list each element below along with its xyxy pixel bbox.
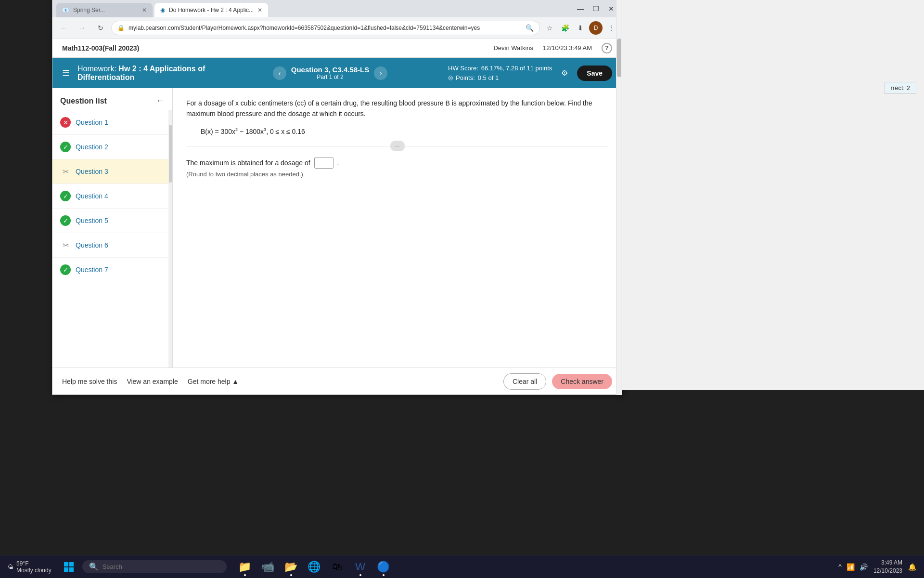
divider-line-left <box>186 146 390 146</box>
inactive-tab[interactable]: 📧 Spring Ser... ✕ <box>56 3 153 17</box>
maximize-button[interactable]: ❐ <box>589 2 603 15</box>
bookmark-star-button[interactable]: ☆ <box>543 21 556 35</box>
q2-label: Question 2 <box>76 143 108 151</box>
hw-score-label: HW Score: <box>448 64 478 73</box>
view-example-link[interactable]: View an example <box>127 378 178 385</box>
clear-all-button[interactable]: Clear all <box>503 373 546 390</box>
hw-nav: ‹ Question 3, C3.4.58-LS Part 1 of 2 › <box>220 66 440 80</box>
q1-status-icon: ✕ <box>60 117 71 128</box>
site-header: Math112-003(Fall 20023) Devin Watkins 12… <box>52 39 622 58</box>
active-tab-title: Do Homework - Hw 2 : 4 Applic... <box>169 7 254 13</box>
back-button[interactable]: ← <box>56 20 72 36</box>
q7-status-icon: ✓ <box>60 264 71 275</box>
tray-arrow-icon[interactable]: ^ <box>838 563 842 571</box>
q4-label: Question 4 <box>76 192 108 200</box>
profile-avatar-button[interactable]: D <box>589 21 603 35</box>
expand-divider-button[interactable]: ··· <box>390 141 405 151</box>
q3-status-icon: ✂ <box>60 166 71 177</box>
taskbar-search-bar[interactable]: 🔍 <box>82 560 227 573</box>
hw-score-area: HW Score: 66.17%, 7.28 of 11 points ◎ Po… <box>448 64 612 82</box>
minimize-button[interactable]: — <box>574 2 587 15</box>
taskbar-left: 🌤 59°F Mostly cloudy 🔍 <box>0 556 231 578</box>
get-more-help-link[interactable]: Get more help ▲ <box>188 378 239 385</box>
downloads-button[interactable]: ⬇ <box>574 21 587 35</box>
question-list-item-5[interactable]: ✓ Question 5 <box>52 209 172 233</box>
q1-label: Question 1 <box>76 118 108 126</box>
hw-header: ☰ Homework: Hw 2 : 4 Applications of Dif… <box>52 58 622 88</box>
q3-label: Question 3 <box>76 168 108 175</box>
weather-widget[interactable]: 🌤 59°F Mostly cloudy <box>4 560 55 574</box>
hw-title-area: Homework: Hw 2 : 4 Applications of Diffe… <box>77 65 212 82</box>
system-clock[interactable]: 3:49 AM 12/10/2023 <box>873 559 902 575</box>
question-list-item-7[interactable]: ✓ Question 7 <box>52 258 172 282</box>
q4-status-icon: ✓ <box>60 191 71 201</box>
answer-input-field[interactable] <box>314 157 334 169</box>
system-tray-icons: ^ 📶 🔊 <box>838 563 868 571</box>
temperature: 59°F <box>16 560 51 567</box>
answer-line: The maximum is obtained for a dosage of … <box>186 157 608 169</box>
course-name: Math112-003(Fall 20023) <box>62 44 139 52</box>
question-list-item-3[interactable]: ✂ Question 3 <box>52 159 172 184</box>
volume-icon[interactable]: 🔊 <box>860 563 868 571</box>
side-panel: rrect: 2 <box>621 0 924 390</box>
address-bar: ← → ↻ 🔒 mylab.pearson.com/Student/Player… <box>52 17 622 39</box>
collapse-list-button[interactable]: ← <box>156 96 165 106</box>
active-tab-close[interactable]: ✕ <box>257 7 262 13</box>
taskbar-app-word[interactable]: W <box>350 556 371 578</box>
correct-badge: rrect: 2 <box>885 82 916 94</box>
taskbar-app-filemanager[interactable]: 📁 <box>234 556 256 578</box>
site-header-right: Devin Watkins 12/10/23 3:49 AM ? <box>493 43 612 53</box>
save-button[interactable]: Save <box>577 66 612 81</box>
next-question-button[interactable]: › <box>374 66 387 80</box>
question-part: Part 1 of 2 <box>291 74 370 80</box>
q5-label: Question 5 <box>76 217 108 224</box>
taskbar: 🌤 59°F Mostly cloudy 🔍 📁 <box>0 555 924 578</box>
taskbar-search-input[interactable] <box>103 563 208 570</box>
question-list-item-6[interactable]: ✂ Question 6 <box>52 233 172 258</box>
extension-puzzle-button[interactable]: 🧩 <box>558 21 572 35</box>
taskbar-app-chrome[interactable]: 🔵 <box>373 556 394 578</box>
browser-window: 📧 Spring Ser... ✕ ◉ Do Homework - Hw 2 :… <box>52 0 622 395</box>
inactive-tab-close[interactable]: ✕ <box>142 7 147 13</box>
check-answer-button[interactable]: Check answer <box>552 374 612 389</box>
url-bar[interactable]: 🔒 mylab.pearson.com/Student/PlayerHomewo… <box>111 21 540 35</box>
taskbar-app-store[interactable]: 🛍 <box>327 556 348 578</box>
network-icon[interactable]: 📶 <box>847 563 855 571</box>
settings-gear-icon[interactable]: ⚙ <box>558 66 571 80</box>
window-controls: — ❐ ✕ <box>574 2 618 15</box>
score-text: HW Score: 66.17%, 7.28 of 11 points ◎ Po… <box>448 64 552 82</box>
question-list-title: Question list <box>60 97 107 105</box>
hamburger-menu-button[interactable]: ☰ <box>62 68 70 79</box>
prev-question-button[interactable]: ‹ <box>273 66 286 80</box>
divider-line-right <box>405 146 609 146</box>
svg-rect-1 <box>69 562 74 566</box>
active-tab[interactable]: ◉ Do Homework - Hw 2 : 4 Applic... ✕ <box>154 3 268 17</box>
tab-area: 📧 Spring Ser... ✕ ◉ Do Homework - Hw 2 :… <box>56 0 570 17</box>
help-button[interactable]: ? <box>602 43 612 53</box>
question-list-item-2[interactable]: ✓ Question 2 <box>52 135 172 159</box>
inactive-tab-title: Spring Ser... <box>73 7 138 13</box>
svg-rect-2 <box>64 567 68 572</box>
hw-label-text: Homework: <box>77 65 116 73</box>
taskbar-app-explorer[interactable]: 📂 <box>281 556 302 578</box>
question-list-item-1[interactable]: ✕ Question 1 <box>52 110 172 135</box>
user-name: Devin Watkins <box>493 44 533 52</box>
title-bar: 📧 Spring Ser... ✕ ◉ Do Homework - Hw 2 :… <box>52 0 622 17</box>
help-solve-link[interactable]: Help me solve this <box>62 378 117 385</box>
system-date: 12/10/2023 <box>873 567 902 575</box>
lock-icon: 🔒 <box>117 25 125 31</box>
taskbar-app-meet[interactable]: 📹 <box>257 556 279 578</box>
taskbar-app-edge[interactable]: 🌐 <box>304 556 325 578</box>
taskbar-apps: 📁 📹 📂 🌐 🛍 W 🔵 <box>231 556 831 578</box>
refresh-button[interactable]: ↻ <box>93 20 108 36</box>
bottom-toolbar: Help me solve this View an example Get m… <box>52 368 622 394</box>
forward-button[interactable]: → <box>75 20 90 36</box>
notification-area[interactable]: 🔔 <box>908 563 916 571</box>
question-info: Question 3, C3.4.58-LS Part 1 of 2 <box>291 66 370 80</box>
formula-display: B(x) = 300x2 − 1800x3, 0 ≤ x ≤ 0.16 <box>201 127 608 135</box>
question-list-item-4[interactable]: ✓ Question 4 <box>52 184 172 209</box>
start-button[interactable] <box>58 556 79 578</box>
question-list-sidebar: Question list ← ✕ Question 1 ✓ Question … <box>52 88 173 368</box>
period: . <box>337 159 339 167</box>
question-list-scroll: ✕ Question 1 ✓ Question 2 ✂ Question 3 ✓… <box>52 110 172 368</box>
